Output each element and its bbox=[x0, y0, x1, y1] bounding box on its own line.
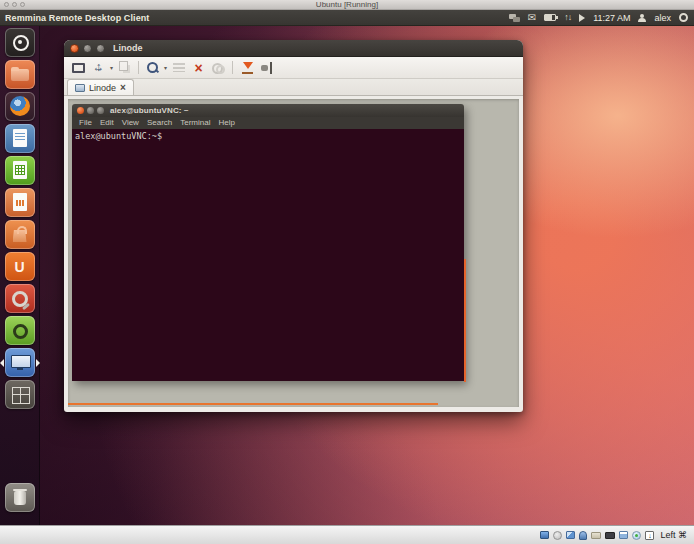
vnc-remote-desktop[interactable]: alex@ubuntuVNC: ~ File Edit View Search … bbox=[68, 99, 519, 407]
menu-search[interactable]: Search bbox=[147, 119, 172, 127]
remmina-toolbar: ▾ ▾ × bbox=[64, 57, 523, 79]
orange-down-arrow-icon bbox=[241, 61, 253, 74]
toolbar-minimize-to-tray-button[interactable] bbox=[237, 59, 256, 77]
tools-x-icon: × bbox=[194, 62, 202, 74]
tab-linode[interactable]: Linode × bbox=[67, 79, 134, 95]
shared-folders-icon[interactable] bbox=[591, 532, 601, 539]
launcher-workspace-switcher-icon[interactable] bbox=[5, 380, 35, 409]
launcher-system-settings-icon[interactable] bbox=[5, 284, 35, 313]
vbox-titlebar: Ubuntu [Running] bbox=[0, 0, 694, 10]
optical-drive-icon[interactable] bbox=[553, 531, 562, 540]
remmina-maximize-button[interactable] bbox=[96, 44, 105, 53]
username-indicator[interactable]: alex bbox=[654, 13, 671, 23]
toolbar-zoom-button[interactable] bbox=[143, 59, 162, 77]
terminal-titlebar[interactable]: alex@ubuntuVNC: ~ bbox=[72, 104, 464, 117]
user-icon[interactable] bbox=[638, 14, 646, 22]
ubuntu-desktop[interactable]: U Linode ▾ ▾ × bbox=[0, 26, 694, 525]
indicator-tray: ✉ ↑↓ 11:27 AM alex bbox=[509, 13, 688, 23]
display-icon[interactable] bbox=[605, 532, 615, 539]
terminal-window-title: alex@ubuntuVNC: ~ bbox=[110, 106, 189, 115]
active-app-title[interactable]: Remmina Remote Desktop Client bbox=[5, 13, 149, 23]
running-indicator-arrow bbox=[0, 359, 4, 367]
toolbar-fit-window-button[interactable] bbox=[89, 59, 108, 77]
tab-close-icon[interactable]: × bbox=[120, 83, 126, 93]
toolbar-disconnect-button[interactable] bbox=[257, 59, 276, 77]
scaled-mode-icon bbox=[119, 61, 128, 71]
terminal-body[interactable]: alex@ubuntuVNC:~$ bbox=[72, 129, 464, 381]
launcher-dash-home-icon[interactable] bbox=[5, 28, 35, 57]
toolbar-scaled-mode-button[interactable] bbox=[115, 59, 134, 77]
usb-devices-icon[interactable] bbox=[579, 531, 587, 540]
toolbar-preferences-button[interactable] bbox=[209, 59, 228, 77]
launcher-software-center-icon[interactable] bbox=[5, 220, 35, 249]
toolbar-tools-button[interactable]: × bbox=[189, 59, 208, 77]
remmina-window-title: Linode bbox=[113, 43, 143, 53]
launcher-home-folder-icon[interactable] bbox=[5, 60, 35, 89]
clock-indicator[interactable]: 11:27 AM bbox=[593, 13, 630, 23]
battery-icon[interactable] bbox=[544, 14, 556, 21]
terminal-orange-edge bbox=[464, 259, 466, 382]
remote-desktop-orange-strip bbox=[68, 403, 438, 405]
network-computers-icon[interactable] bbox=[509, 14, 520, 22]
toolbar-grab-keyboard-button[interactable] bbox=[169, 59, 188, 77]
launcher-ubuntu-one-icon[interactable]: U bbox=[5, 252, 35, 281]
terminal-menubar: File Edit View Search Terminal Help bbox=[72, 117, 464, 129]
terminal-window: alex@ubuntuVNC: ~ File Edit View Search … bbox=[72, 104, 464, 381]
terminal-maximize-button[interactable] bbox=[97, 107, 104, 114]
remmina-titlebar[interactable]: Linode bbox=[64, 40, 523, 57]
vbox-network-icon[interactable] bbox=[566, 531, 575, 539]
speaker-icon[interactable] bbox=[579, 14, 585, 22]
network-traffic-icon[interactable]: ↑↓ bbox=[564, 13, 571, 22]
zoom-dropdown-caret[interactable]: ▾ bbox=[163, 64, 168, 71]
launcher-package-tool-icon[interactable] bbox=[5, 316, 35, 345]
hdd-activity-icon[interactable] bbox=[540, 531, 549, 539]
tab-label: Linode bbox=[89, 83, 116, 93]
terminal-close-button[interactable] bbox=[77, 107, 84, 114]
keyboard-capture-icon[interactable]: ↓ bbox=[645, 531, 654, 540]
remote-screen-icon bbox=[75, 84, 85, 92]
remmina-viewport: alex@ubuntuVNC: ~ File Edit View Search … bbox=[64, 96, 523, 412]
gears-icon bbox=[212, 61, 225, 74]
virtual-screen-icon[interactable] bbox=[619, 531, 628, 539]
session-gear-icon[interactable] bbox=[679, 13, 688, 22]
remmina-minimize-button[interactable] bbox=[83, 44, 92, 53]
launcher-libreoffice-impress-icon[interactable] bbox=[5, 188, 35, 217]
remmina-tabbar: Linode × bbox=[64, 79, 523, 96]
vbox-statusbar: ↓ Left ⌘ bbox=[0, 525, 694, 544]
launcher-remmina-icon[interactable] bbox=[5, 348, 35, 377]
terminal-minimize-button[interactable] bbox=[87, 107, 94, 114]
toolbar-separator bbox=[138, 61, 139, 74]
focused-indicator-arrow bbox=[36, 359, 40, 367]
unity-launcher: U bbox=[0, 26, 40, 525]
launcher-firefox-icon[interactable] bbox=[5, 92, 35, 121]
fullscreen-icon bbox=[72, 63, 85, 73]
fit-window-icon bbox=[92, 61, 105, 74]
disconnect-plug-icon bbox=[260, 62, 273, 74]
menu-view[interactable]: View bbox=[122, 119, 139, 127]
ubuntu-top-panel: Remmina Remote Desktop Client ✉ ↑↓ 11:27… bbox=[0, 10, 694, 26]
menu-edit[interactable]: Edit bbox=[100, 119, 114, 127]
menu-file[interactable]: File bbox=[79, 119, 92, 127]
menu-terminal[interactable]: Terminal bbox=[180, 119, 210, 127]
mail-envelope-icon[interactable]: ✉ bbox=[528, 13, 536, 23]
terminal-prompt: alex@ubuntuVNC:~$ bbox=[75, 131, 162, 141]
toolbar-separator bbox=[232, 61, 233, 74]
fit-window-dropdown-caret[interactable]: ▾ bbox=[109, 64, 114, 71]
remmina-window: Linode ▾ ▾ × Linode × bbox=[64, 40, 523, 412]
remmina-close-button[interactable] bbox=[70, 44, 79, 53]
menu-help[interactable]: Help bbox=[218, 119, 234, 127]
magnifier-icon bbox=[146, 61, 159, 74]
vbox-window-title: Ubuntu [Running] bbox=[0, 0, 694, 9]
host-key-label: Left ⌘ bbox=[660, 530, 687, 540]
toolbar-fullscreen-button[interactable] bbox=[69, 59, 88, 77]
features-icon[interactable] bbox=[632, 531, 641, 540]
launcher-trash-icon[interactable] bbox=[5, 483, 35, 512]
launcher-libreoffice-writer-icon[interactable] bbox=[5, 124, 35, 153]
launcher-libreoffice-calc-icon[interactable] bbox=[5, 156, 35, 185]
grab-keyboard-icon bbox=[173, 63, 185, 72]
